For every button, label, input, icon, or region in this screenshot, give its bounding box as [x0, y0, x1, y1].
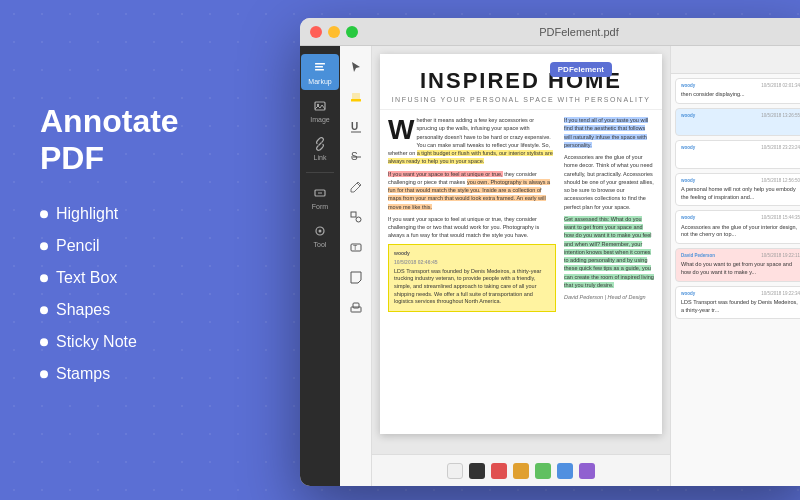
comment-meta-5: woody 10/5/2018 15:44:35 — [681, 215, 800, 221]
image-label: Image — [310, 116, 329, 123]
comment-item-5: woody 10/5/2018 15:44:35 Accessories are… — [675, 210, 800, 244]
sidebar-tab-form[interactable]: Form — [301, 179, 339, 215]
window-title: PDFelement.pdf — [358, 26, 800, 38]
highlight-tool[interactable] — [343, 84, 369, 110]
cursor-tool[interactable] — [343, 54, 369, 80]
comment-author-7: woody — [681, 291, 695, 297]
svg-text:T: T — [353, 244, 358, 251]
comment-meta-4: woody 10/5/2018 12:56:50 — [681, 178, 800, 184]
sticky-note-date: 10/5/2018 02:46:45 — [394, 259, 550, 266]
tool-panel: U S T — [340, 46, 372, 486]
underline-tool[interactable]: U — [343, 114, 369, 140]
markup-label: Markup — [308, 78, 331, 85]
comment-date-1: 10/5/2018 02:01:34 — [761, 83, 800, 89]
pdf-author-text: David Pederson | Head of Design — [564, 293, 654, 301]
comment-item-4: woody 10/5/2018 12:56:50 A personal home… — [675, 173, 800, 207]
sticky-note-pdf: woody 10/5/2018 02:46:45 LDS Transport w… — [388, 244, 556, 312]
pdf-body-text: W hether it means adding a few key acces… — [388, 116, 556, 166]
comment-text-4: A personal home will not only help you e… — [681, 186, 800, 201]
svg-point-7 — [319, 229, 322, 232]
feature-item-sticky: Sticky Note — [40, 333, 240, 351]
svg-rect-14 — [351, 212, 356, 217]
right-panel: woody 10/5/2018 02:01:34 then consider d… — [670, 46, 800, 486]
comment-item-7: woody 10/5/2018 19:22:34 LDS Transport w… — [675, 286, 800, 320]
highlight-orange-1: you own. Photography is always a fun for… — [388, 179, 550, 210]
svg-rect-1 — [315, 66, 323, 68]
color-green[interactable] — [535, 463, 551, 479]
pdf-area: PDFelement INSPIRED HOME INFUSING YOUR P… — [372, 46, 670, 486]
comment-author-5: woody — [681, 215, 695, 221]
sidebar-tab-image[interactable]: Image — [301, 92, 339, 128]
pdf-body-text-3: If you want your space to feel at unique… — [388, 215, 556, 240]
feature-item-textbox: Text Box — [40, 269, 240, 287]
comment-meta-7: woody 10/5/2018 19:22:34 — [681, 291, 800, 297]
minimize-button[interactable] — [328, 26, 340, 38]
pdf-col-right: If you tend all of your taste you will f… — [564, 116, 654, 312]
sticky-note-tool[interactable] — [343, 264, 369, 290]
color-red[interactable] — [491, 463, 507, 479]
color-white[interactable] — [447, 463, 463, 479]
comment-author-4: woody — [681, 178, 695, 184]
feature-item-highlight: Highlight — [40, 205, 240, 223]
page-title: Annotate PDF — [40, 103, 240, 177]
window-body: Markup Image — [300, 46, 800, 486]
comment-date-4: 10/5/2018 12:56:50 — [761, 178, 800, 184]
color-orange[interactable] — [513, 463, 529, 479]
maximize-button[interactable] — [346, 26, 358, 38]
comment-text-6: What do you want to get from your space … — [681, 261, 800, 276]
strikethrough-tool[interactable]: S — [343, 144, 369, 170]
sidebar-tab-markup[interactable]: Markup — [301, 54, 339, 90]
close-button[interactable] — [310, 26, 322, 38]
bullet-icon — [40, 306, 48, 314]
sidebar-divider — [306, 172, 334, 173]
comment-list: woody 10/5/2018 02:01:34 then consider d… — [671, 74, 800, 486]
comment-date-5: 10/5/2018 15:44:35 — [761, 215, 800, 221]
comment-meta-2: woody 10/5/2018 13:26:55 — [681, 113, 800, 119]
comment-text-3 — [681, 154, 800, 164]
stamp-tool[interactable] — [343, 294, 369, 320]
sticky-note-text: LDS Transport was founded by Denis Medei… — [394, 268, 550, 306]
sidebar-tab-link[interactable]: Link — [301, 130, 339, 166]
pdf-right-text-1: If you tend all of your taste you will f… — [564, 116, 654, 149]
pdf-col-left: W hether it means adding a few key acces… — [388, 116, 556, 312]
svg-rect-3 — [315, 102, 325, 110]
traffic-lights — [310, 26, 358, 38]
pdf-tag: PDFelement — [550, 62, 612, 77]
color-blue[interactable] — [557, 463, 573, 479]
bullet-icon — [40, 338, 48, 346]
comment-date-7: 10/5/2018 19:22:34 — [761, 291, 800, 297]
feature-item-shapes: Shapes — [40, 301, 240, 319]
pdf-header: INSPIRED HOME INFUSING YOUR PERSONAL SPA… — [380, 54, 662, 110]
pencil-tool[interactable] — [343, 174, 369, 200]
bullet-icon — [40, 370, 48, 378]
pdf-right-text-3: Get assessed this: What do you want to g… — [564, 215, 654, 289]
highlight-blue-1: If you tend all of your taste you will f… — [564, 117, 648, 148]
comment-author-2: woody — [681, 113, 695, 119]
shapes-tool[interactable] — [343, 204, 369, 230]
form-icon — [312, 185, 328, 201]
pdf-page: PDFelement INSPIRED HOME INFUSING YOUR P… — [380, 54, 662, 434]
color-black[interactable] — [469, 463, 485, 479]
svg-rect-2 — [315, 69, 324, 71]
feature-item-stamps: Stamps — [40, 365, 240, 383]
svg-text:U: U — [351, 121, 358, 132]
feature-list: Highlight Pencil Text Box Shapes Sticky … — [40, 205, 240, 383]
drop-cap: W — [388, 119, 414, 141]
comment-item-6: David Pederson 10/5/2018 19:22:11 What d… — [675, 248, 800, 282]
pdf-subtitle: INFUSING YOUR PERSONAL SPACE WITH PERSON… — [390, 96, 652, 103]
textbox-tool[interactable]: T — [343, 234, 369, 260]
pdf-title: INSPIRED HOME — [390, 68, 652, 94]
comment-meta-3: woody 10/5/2018 23:23:24 — [681, 145, 800, 151]
comment-meta-6: David Pederson 10/5/2018 19:22:11 — [681, 253, 800, 259]
highlight-red-1: If you want your space to feel at unique… — [388, 171, 503, 177]
pdf-bottom-toolbar — [372, 454, 670, 486]
svg-rect-0 — [315, 63, 325, 65]
tool-label: Tool — [314, 241, 327, 248]
comment-item-3: woody 10/5/2018 23:23:24 — [675, 140, 800, 168]
color-purple[interactable] — [579, 463, 595, 479]
sidebar-tab-tool[interactable]: Tool — [301, 217, 339, 253]
pdf-content: W hether it means adding a few key acces… — [380, 110, 662, 318]
bullet-icon — [40, 210, 48, 218]
comment-date-3: 10/5/2018 23:23:24 — [761, 145, 800, 151]
link-label: Link — [314, 154, 327, 161]
